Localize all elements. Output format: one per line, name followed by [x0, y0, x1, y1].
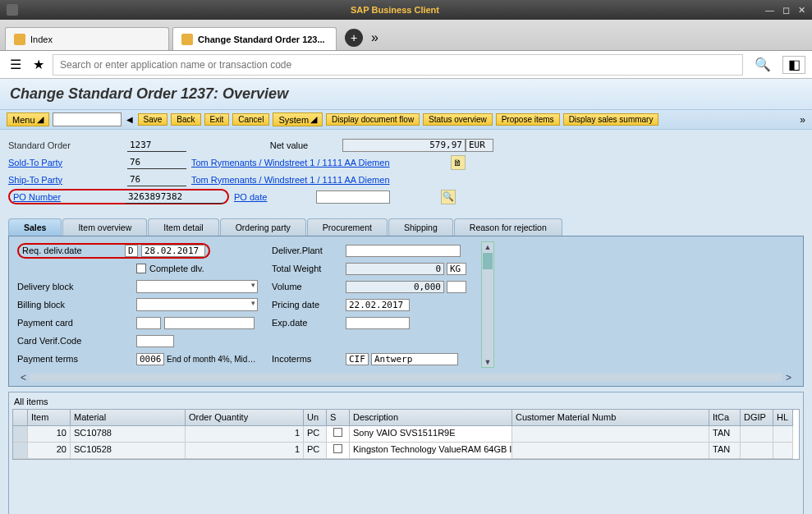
menu-button[interactable]: Menu◢ — [7, 112, 49, 126]
cell-item: 20 — [28, 443, 71, 459]
display-sales-summary-button[interactable]: Display sales summary — [563, 113, 659, 126]
col-un[interactable]: Un — [304, 410, 327, 426]
tab-sales[interactable]: Sales — [8, 218, 62, 236]
card-verif-input[interactable] — [136, 335, 174, 347]
document-icon[interactable]: 🗎 — [451, 155, 466, 170]
incoterms-loc-input[interactable] — [371, 353, 458, 365]
panel-vscrollbar[interactable]: ▲ ▼ — [481, 241, 494, 368]
maximize-icon[interactable]: ◻ — [782, 5, 790, 16]
apptab-index[interactable]: Index — [5, 27, 169, 50]
volume-unit-input[interactable] — [447, 281, 466, 293]
tab-procurement[interactable]: Procurement — [307, 218, 388, 236]
tab-shipping[interactable]: Shipping — [388, 218, 453, 236]
std-order-input[interactable] — [127, 139, 186, 152]
exp-date-input[interactable] — [346, 317, 410, 329]
panel-toggle-icon[interactable]: ◧ — [782, 56, 805, 74]
reqdeliv-date-input[interactable] — [141, 245, 205, 257]
window-titlebar: SAP Business Client — ◻ ✕ — [0, 0, 812, 20]
shipto-input[interactable] — [127, 173, 186, 186]
grid-selector-col[interactable] — [13, 410, 28, 426]
document-icon — [181, 34, 193, 45]
back-button[interactable]: Back — [171, 113, 200, 126]
checkbox-icon[interactable] — [333, 428, 342, 437]
close-icon[interactable]: ✕ — [798, 5, 805, 16]
col-hl[interactable]: HL — [773, 410, 793, 426]
soldto-party-link[interactable]: Tom Rymenants / Windstreet 1 / 1111 AA D… — [191, 158, 390, 168]
col-qty[interactable]: Order Quantity — [186, 410, 304, 426]
col-desc[interactable]: Description — [350, 410, 512, 426]
scroll-down-icon[interactable]: ▼ — [484, 357, 492, 367]
shipto-party-link[interactable]: Tom Rymenants / Windstreet 1 / 1111 AA D… — [191, 175, 390, 185]
reqdeliv-label: Req. deliv.date — [22, 246, 125, 255]
col-item[interactable]: Item — [28, 410, 71, 426]
apptab-change-order[interactable]: Change Standard Order 123... — [172, 27, 337, 50]
cell-desc[interactable]: Kingston Technology ValueRAM 64GB I — [350, 443, 512, 459]
status-overview-button[interactable]: Status overview — [423, 113, 493, 126]
search-help-icon[interactable]: 🔍 — [441, 190, 456, 204]
col-s[interactable]: S — [327, 410, 350, 426]
scroll-left-icon[interactable]: < — [17, 372, 30, 383]
more-tabs-icon[interactable]: » — [368, 30, 378, 45]
system-button[interactable]: System◢ — [273, 112, 323, 126]
apptab-label: Index — [30, 34, 53, 44]
toolbar-more-icon[interactable]: » — [800, 114, 805, 126]
cell-material: SC10528 — [71, 443, 186, 459]
col-material[interactable]: Material — [71, 410, 186, 426]
cell-hl — [773, 426, 793, 443]
prev-arrow-icon[interactable]: ◀ — [125, 115, 135, 124]
pono-label[interactable]: PO Number — [13, 192, 126, 202]
deliver-plant-input[interactable] — [346, 245, 461, 257]
soldto-label[interactable]: Sold-To Party — [8, 158, 127, 168]
hscroll-track[interactable] — [30, 374, 782, 382]
pricing-date-input[interactable] — [346, 299, 410, 311]
propose-items-button[interactable]: Propose items — [496, 113, 560, 126]
cell-desc[interactable]: Sony VAIO SVS1511R9E — [350, 426, 512, 443]
po-number-highlight: PO Number — [8, 189, 229, 204]
col-dgip[interactable]: DGIP — [741, 410, 773, 426]
display-docflow-button[interactable]: Display document flow — [326, 113, 420, 126]
checkbox-icon[interactable] — [333, 444, 342, 453]
page-title: Change Standard Order 1237: Overview — [10, 85, 802, 103]
cell-custmat — [512, 426, 709, 443]
shipto-label[interactable]: Ship-To Party — [8, 175, 127, 185]
payment-card-input[interactable] — [136, 317, 161, 329]
cell-s[interactable] — [327, 443, 350, 459]
tab-reason-rejection[interactable]: Reason for rejection — [454, 218, 562, 236]
tab-ordering-party[interactable]: Ordering party — [220, 218, 306, 236]
tab-item-detail[interactable]: Item detail — [148, 218, 218, 236]
incoterms-code-input[interactable] — [346, 353, 369, 365]
cancel-button[interactable]: Cancel — [232, 113, 269, 126]
hamburger-icon[interactable]: ☰ — [7, 56, 25, 74]
payment-terms-code-input[interactable] — [136, 353, 164, 365]
search-input[interactable] — [53, 54, 743, 76]
save-button[interactable]: Save — [138, 113, 168, 126]
payment-card-no-input[interactable] — [164, 317, 255, 329]
table-row[interactable]: 20 SC10528 1 PC Kingston Technology Valu… — [13, 443, 799, 459]
scroll-right-icon[interactable]: > — [782, 372, 795, 383]
soldto-input[interactable] — [127, 156, 186, 169]
table-row[interactable]: 10 SC10788 1 PC Sony VAIO SVS1511R9E TAN — [13, 426, 799, 443]
exit-button[interactable]: Exit — [204, 113, 230, 126]
scroll-thumb[interactable] — [483, 253, 493, 269]
cell-s[interactable] — [327, 426, 350, 443]
command-input[interactable] — [53, 112, 122, 126]
reqdeliv-type-input[interactable] — [125, 245, 138, 257]
minimize-icon[interactable]: — — [765, 5, 774, 16]
search-icon[interactable]: 🔍 — [755, 57, 771, 72]
weight-unit-input[interactable] — [447, 263, 466, 275]
delivery-block-dropdown[interactable] — [136, 280, 258, 293]
podate-label[interactable]: PO date — [234, 192, 316, 202]
favorite-icon[interactable]: ★ — [30, 56, 48, 74]
add-tab-button[interactable]: + — [345, 29, 363, 47]
row-selector[interactable] — [13, 443, 28, 459]
total-weight-label: Total Weight — [272, 264, 346, 273]
row-selector[interactable] — [13, 426, 28, 443]
billing-block-dropdown[interactable] — [136, 298, 258, 311]
col-custmat[interactable]: Customer Material Numb — [512, 410, 709, 426]
tab-item-overview[interactable]: Item overview — [62, 218, 147, 236]
col-itca[interactable]: ItCa — [709, 410, 741, 426]
complete-dlv-checkbox[interactable] — [136, 264, 146, 273]
scroll-up-icon[interactable]: ▲ — [484, 242, 492, 252]
pono-input[interactable] — [126, 190, 224, 204]
podate-input[interactable] — [316, 190, 390, 204]
